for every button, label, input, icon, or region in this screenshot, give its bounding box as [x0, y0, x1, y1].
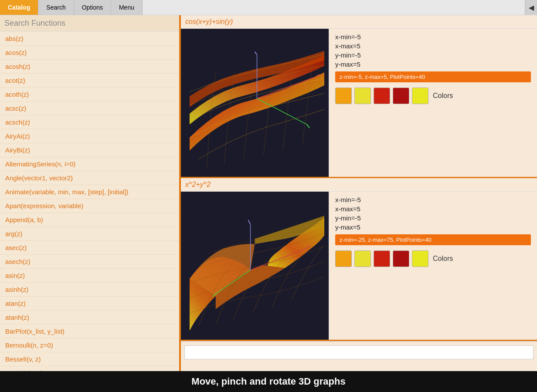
- function-list-item[interactable]: acot(z): [0, 74, 179, 88]
- graph1-ymin: y-min=-5: [335, 51, 531, 59]
- graph2-color-swatches: Colors: [335, 250, 531, 267]
- bottom-banner: Move, pinch and rotate 3D graphs: [0, 371, 537, 392]
- graph1-info: x-min=-5 x-max=5 y-min=-5 y-max=5 z-min=…: [329, 29, 537, 177]
- swatch-g2-5[interactable]: [412, 250, 428, 267]
- nav-tab-search[interactable]: Search: [38, 0, 74, 15]
- function-list-item[interactable]: acos(z): [0, 46, 179, 60]
- function-list-item[interactable]: atan(z): [0, 297, 179, 311]
- function-list-item[interactable]: acsch(z): [0, 115, 179, 129]
- function-list-item[interactable]: BesselJ(v, z): [0, 366, 179, 371]
- graph-card-1: cos(x+y)+sin(y): [181, 15, 537, 178]
- collapse-sidebar-button[interactable]: ◀: [525, 0, 537, 15]
- graph1-body: x-min=-5 x-max=5 y-min=-5 y-max=5 z-min=…: [181, 29, 537, 177]
- swatch-2[interactable]: [354, 88, 371, 104]
- nav-tab-catalog[interactable]: Catalog: [0, 0, 38, 15]
- function-list[interactable]: abs(z)acos(z)acosh(z)acot(z)acoth(z)acsc…: [0, 32, 179, 371]
- swatch-4[interactable]: [393, 88, 409, 104]
- graph2-xmin: x-min=-5: [335, 196, 531, 203]
- function-list-item[interactable]: AlternatingSeries(n, i=0): [0, 157, 179, 171]
- function-list-item[interactable]: Bernoulli(n, z=0): [0, 338, 179, 352]
- search-functions-header: Search Functions: [0, 15, 179, 32]
- graph-card-2: x^2+y^2: [181, 178, 537, 341]
- function-list-item[interactable]: acosh(z): [0, 60, 179, 74]
- graph1-title: cos(x+y)+sin(y): [181, 15, 537, 29]
- swatch-g2-4[interactable]: [393, 250, 409, 267]
- graph1-canvas[interactable]: [181, 29, 329, 177]
- bottom-input-area: [181, 341, 537, 363]
- graph2-body: x-min=-5 x-max=5 y-min=-5 y-max=5 z-min=…: [181, 192, 537, 340]
- swatch-g2-2[interactable]: [354, 250, 371, 267]
- function-list-item[interactable]: atanh(z): [0, 311, 179, 324]
- graph2-canvas[interactable]: [181, 192, 329, 340]
- swatch-1[interactable]: [335, 88, 352, 104]
- function-list-item[interactable]: asin(z): [0, 269, 179, 283]
- graph1-xmax: x-max=5: [335, 42, 531, 50]
- sidebar: Search Functions abs(z)acos(z)acosh(z)ac…: [0, 15, 181, 371]
- function-list-item[interactable]: AiryBi(z): [0, 143, 179, 157]
- graph2-xmax: x-max=5: [335, 205, 531, 213]
- right-panel: cos(x+y)+sin(y): [181, 15, 537, 371]
- function-list-item[interactable]: acoth(z): [0, 88, 179, 101]
- graph2-title: x^2+y^2: [181, 178, 537, 192]
- function-list-item[interactable]: Angle(vector1, vector2): [0, 171, 179, 185]
- swatch-3[interactable]: [374, 88, 390, 104]
- graph1-ymax: y-max=5: [335, 61, 531, 68]
- top-navigation: Catalog Search Options Menu ◀: [0, 0, 537, 15]
- graph2-info: x-min=-5 x-max=5 y-min=-5 y-max=5 z-min=…: [329, 192, 537, 340]
- function-list-item[interactable]: BarPlot(x_list, y_list): [0, 324, 179, 338]
- graph1-color-swatches: Colors: [335, 88, 531, 104]
- main-content: Search Functions abs(z)acos(z)acosh(z)ac…: [0, 15, 537, 371]
- graph2-ymin: y-min=-5: [335, 214, 531, 222]
- function-list-item[interactable]: abs(z): [0, 32, 179, 46]
- function-list-item[interactable]: asec(z): [0, 241, 179, 255]
- expression-input[interactable]: [184, 345, 534, 359]
- nav-tab-menu[interactable]: Menu: [111, 0, 143, 15]
- function-list-item[interactable]: arg(z): [0, 227, 179, 241]
- graph2-zbar: z-min=-25, z-max=75, PlotPoints=40: [335, 234, 531, 245]
- function-list-item[interactable]: BesselI(v, z): [0, 352, 179, 366]
- swatch-g2-3[interactable]: [374, 250, 390, 267]
- swatch-5[interactable]: [412, 88, 428, 104]
- function-list-item[interactable]: asech(z): [0, 255, 179, 269]
- graph1-xmin: x-min=-5: [335, 33, 531, 41]
- function-list-item[interactable]: Append(a, b): [0, 213, 179, 227]
- graph1-zbar: z-min=-5, z-max=5, PlotPoints=40: [335, 71, 531, 82]
- nav-tab-options[interactable]: Options: [74, 0, 111, 15]
- function-list-item[interactable]: AiryAi(z): [0, 129, 179, 143]
- function-list-item[interactable]: asinh(z): [0, 283, 179, 297]
- function-list-item[interactable]: acsc(z): [0, 101, 179, 115]
- function-list-item[interactable]: Animate(variable, min, max, [step], [ini…: [0, 185, 179, 199]
- function-list-item[interactable]: Apart(expression, variable): [0, 199, 179, 213]
- graph1-colors-label: Colors: [433, 92, 453, 100]
- swatch-g2-1[interactable]: [335, 250, 352, 267]
- graph2-ymax: y-max=5: [335, 223, 531, 231]
- graph2-colors-label: Colors: [433, 255, 453, 263]
